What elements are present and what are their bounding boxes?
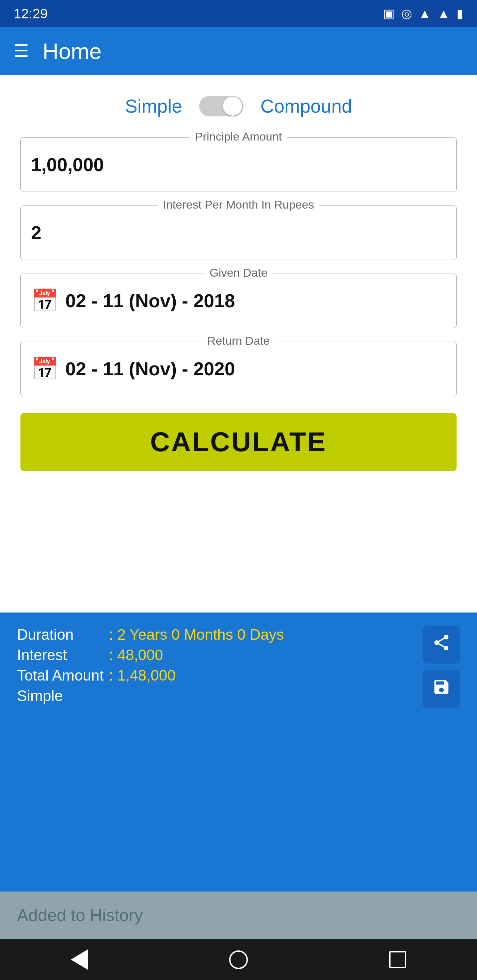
share-icon bbox=[432, 633, 451, 656]
interest-field: Interest Per Month In Rupees 2 bbox=[21, 205, 456, 260]
given-date-value: 02 - 11 (Nov) - 2018 bbox=[65, 290, 235, 312]
status-icons: ▣ ◎ ▲ ▲ ▮ bbox=[383, 6, 463, 21]
home-icon bbox=[229, 950, 248, 969]
toggle-knob bbox=[223, 97, 242, 116]
principle-amount-field: Principle Amount 1,00,000 bbox=[21, 137, 456, 192]
empty-area bbox=[0, 721, 477, 891]
wifi-icon: ▲ bbox=[419, 6, 431, 21]
compound-label[interactable]: Compound bbox=[260, 95, 352, 117]
app-title: Home bbox=[43, 38, 102, 64]
simple-label[interactable]: Simple bbox=[125, 95, 182, 117]
result-type: Simple bbox=[17, 687, 416, 705]
location-icon: ◎ bbox=[401, 6, 412, 21]
interest-value: 2 bbox=[31, 222, 41, 243]
sim-icon: ▣ bbox=[383, 6, 395, 21]
principle-amount-input[interactable]: 1,00,000 bbox=[21, 137, 456, 192]
interest-result-value: : 48,000 bbox=[109, 646, 163, 663]
interest-line: Interest : 48,000 bbox=[17, 646, 416, 663]
back-icon bbox=[71, 950, 88, 970]
duration-line: Duration : 2 Years 0 Months 0 Days bbox=[17, 626, 416, 643]
battery-icon: ▮ bbox=[456, 6, 463, 21]
duration-value: : 2 Years 0 Months 0 Days bbox=[109, 626, 284, 643]
main-content: Simple Compound Principle Amount 1,00,00… bbox=[0, 75, 477, 612]
return-date-field: Return Date 📅 02 - 11 (Nov) - 2020 bbox=[21, 342, 456, 396]
given-date-input[interactable]: 📅 02 - 11 (Nov) - 2018 bbox=[21, 274, 456, 328]
history-toast: Added to History bbox=[0, 891, 477, 939]
results-text: Duration : 2 Years 0 Months 0 Days Inter… bbox=[17, 626, 416, 705]
interest-label: Interest Per Month In Rupees bbox=[158, 198, 319, 211]
duration-label: Duration bbox=[17, 626, 105, 643]
back-button[interactable] bbox=[64, 943, 95, 977]
return-date-calendar-icon: 📅 bbox=[31, 356, 59, 382]
given-date-calendar-icon: 📅 bbox=[31, 288, 59, 314]
save-icon bbox=[432, 678, 451, 701]
recent-icon bbox=[389, 951, 406, 968]
principle-amount-label: Principle Amount bbox=[190, 130, 287, 143]
menu-icon[interactable]: ☰ bbox=[14, 41, 29, 61]
history-text: Added to History bbox=[17, 905, 143, 925]
return-date-label: Return Date bbox=[202, 334, 275, 347]
toggle-switch[interactable] bbox=[199, 96, 243, 116]
interest-input[interactable]: 2 bbox=[21, 205, 456, 260]
status-time: 12:29 bbox=[14, 6, 48, 21]
app-bar: ☰ Home bbox=[0, 27, 477, 75]
share-button[interactable] bbox=[423, 626, 460, 663]
calculate-button[interactable]: CALCULATE bbox=[21, 413, 456, 471]
home-button[interactable] bbox=[222, 943, 255, 976]
toggle-row: Simple Compound bbox=[21, 95, 456, 117]
action-buttons bbox=[423, 626, 460, 708]
results-section: Duration : 2 Years 0 Months 0 Days Inter… bbox=[0, 612, 477, 721]
recent-button[interactable] bbox=[382, 944, 413, 975]
nav-bar bbox=[0, 939, 477, 980]
return-date-value: 02 - 11 (Nov) - 2020 bbox=[65, 358, 235, 380]
interest-result-label: Interest bbox=[17, 646, 105, 663]
principle-amount-value: 1,00,000 bbox=[31, 154, 104, 176]
total-amount-line: Total Amount : 1,48,000 bbox=[17, 667, 416, 684]
status-bar: 12:29 ▣ ◎ ▲ ▲ ▮ bbox=[0, 0, 477, 27]
total-amount-label: Total Amount bbox=[17, 667, 105, 684]
given-date-label: Given Date bbox=[204, 266, 272, 279]
total-amount-value: : 1,48,000 bbox=[109, 667, 175, 684]
save-button[interactable] bbox=[423, 670, 460, 708]
signal-icon: ▲ bbox=[437, 6, 450, 21]
return-date-input[interactable]: 📅 02 - 11 (Nov) - 2020 bbox=[21, 342, 456, 396]
given-date-field: Given Date 📅 02 - 11 (Nov) - 2018 bbox=[21, 274, 456, 328]
